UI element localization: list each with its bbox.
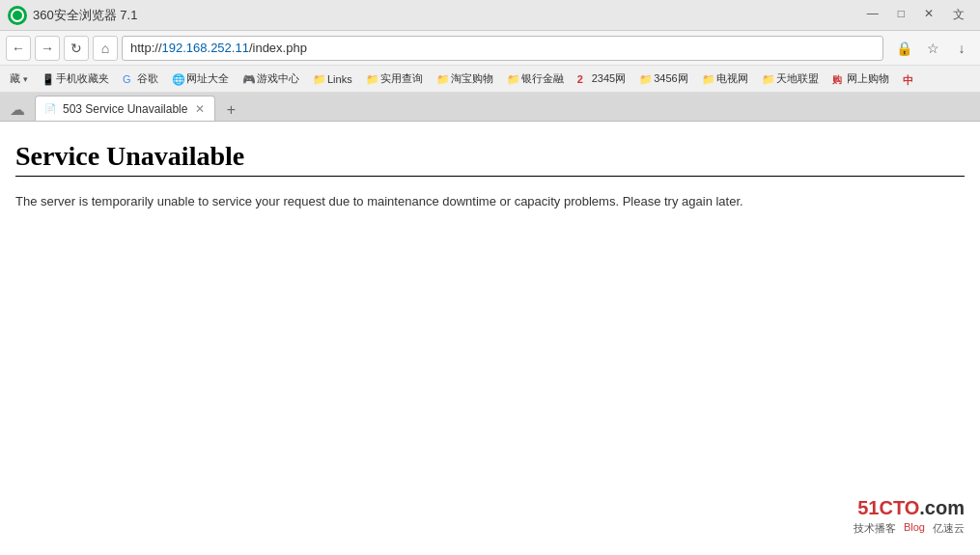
icon-china: 中 (903, 73, 914, 85)
tabs-bar: ☁ 📄 503 Service Unavailable ✕ + (0, 93, 980, 122)
nav-right-icons: 🔒 ☆ ↓ (891, 36, 974, 61)
tab-503[interactable]: 📄 503 Service Unavailable ✕ (35, 96, 215, 121)
folder-alliance-icon: 📁 (762, 73, 773, 85)
chevron-down-icon: ▾ (23, 74, 28, 84)
bookmark-google[interactable]: G 谷歌 (117, 69, 164, 90)
folder-bank-icon: 📁 (507, 73, 518, 85)
home-button[interactable]: ⌂ (93, 36, 118, 61)
bookmark-alliance-label: 天地联盟 (776, 71, 819, 86)
bookmark-query[interactable]: 📁 实用查询 (360, 69, 429, 90)
bookmark-alliance[interactable]: 📁 天地联盟 (756, 69, 825, 90)
mobile-icon: 📱 (42, 73, 53, 85)
back-button[interactable]: ← (6, 36, 31, 61)
watermark-logo: 51CTO.com (854, 497, 965, 519)
browser-title: 360安全浏览器 7.1 (33, 7, 859, 24)
error-heading: Service Unavailable (15, 141, 965, 177)
address-path: /index.php (249, 41, 307, 55)
download-icon-btn[interactable]: ↓ (949, 36, 974, 61)
bookmark-url-nav-label: 网址大全 (186, 71, 229, 86)
bookmark-china[interactable]: 中 (897, 69, 920, 90)
page-content: Service Unavailable The server is tempor… (0, 122, 980, 555)
bookmark-tv[interactable]: 📁 电视网 (696, 69, 754, 90)
bookmark-collection[interactable]: 藏 ▾ (4, 69, 34, 90)
bookmark-game-center[interactable]: 🎮 游戏中心 (237, 69, 305, 90)
bookmark-query-label: 实用查询 (380, 71, 423, 86)
watermark-blog-text: Blog (904, 521, 925, 536)
bookmark-2345[interactable]: 2 2345网 (572, 69, 631, 90)
folder-query-icon: 📁 (366, 73, 378, 85)
refresh-button[interactable]: ↻ (64, 36, 89, 61)
address-protocol: http:// (130, 41, 162, 55)
bookmark-mobile-label: 手机收藏夹 (56, 71, 109, 86)
bookmark-links[interactable]: 📁 Links (307, 69, 358, 90)
bookmark-taobao[interactable]: 📁 淘宝购物 (431, 69, 499, 90)
bookmark-google-label: 谷歌 (137, 71, 158, 86)
window-minimize[interactable]: — (859, 5, 886, 25)
bookmark-3456-label: 3456网 (654, 71, 687, 86)
bookmarks-bar: 藏 ▾ 📱 手机收藏夹 G 谷歌 🌐 网址大全 🎮 游戏中心 📁 Links 📁… (0, 66, 980, 93)
folder-tv-icon: 📁 (702, 73, 714, 85)
bookmark-bank[interactable]: 📁 银行金融 (501, 69, 570, 90)
game-icon: 🎮 (242, 73, 254, 85)
new-tab-button[interactable]: + (219, 99, 242, 121)
folder-3456-icon: 📁 (639, 73, 651, 85)
bookmark-url-nav[interactable]: 🌐 网址大全 (166, 69, 235, 90)
browser-logo (8, 6, 27, 25)
address-bar[interactable]: http://192.168.252.11/index.php (122, 36, 883, 61)
bookmark-shopping-label: 网上购物 (847, 71, 889, 86)
bookmark-taobao-label: 淘宝购物 (451, 71, 493, 86)
bookmark-bank-label: 银行金融 (521, 71, 564, 86)
bookmark-3456[interactable]: 📁 3456网 (633, 69, 693, 90)
tab-label: 503 Service Unavailable (63, 102, 187, 116)
forward-button[interactable]: → (35, 36, 60, 61)
window-close[interactable]: ✕ (916, 5, 941, 25)
window-text-btn[interactable]: 文 (945, 5, 972, 25)
folder-taobao-icon: 📁 (436, 73, 448, 85)
icon-shopping: 购 (832, 73, 844, 85)
watermark-cloud-text: 亿速云 (933, 521, 965, 536)
bookmark-shopping[interactable]: 购 网上购物 (826, 69, 895, 90)
globe-icon: 🌐 (172, 73, 183, 85)
title-bar: 360安全浏览器 7.1 — □ ✕ 文 (0, 0, 980, 31)
security-icon-btn[interactable]: 🔒 (891, 36, 916, 61)
bookmark-game-center-label: 游戏中心 (257, 71, 299, 86)
bookmark-2345-label: 2345网 (592, 71, 626, 86)
tab-favicon: 📄 (43, 102, 57, 116)
window-maximize[interactable]: □ (890, 5, 912, 25)
folder-links-icon: 📁 (313, 73, 324, 85)
bookmark-collection-label: 藏 (10, 71, 20, 86)
bookmark-mobile[interactable]: 📱 手机收藏夹 (36, 69, 115, 90)
watermark: 51CTO.com 技术播客 Blog 亿速云 (854, 497, 965, 536)
tab-close-button[interactable]: ✕ (193, 102, 207, 116)
navigation-bar: ← → ↻ ⌂ http://192.168.252.11/index.php … (0, 31, 980, 66)
watermark-logo-suffix: .com (919, 497, 965, 518)
cloud-tab-icon[interactable]: ☁ (4, 97, 31, 121)
error-body: The server is temporarily unable to serv… (15, 192, 965, 212)
address-host: 192.168.252.11 (162, 41, 249, 55)
watermark-tech-text: 技术播客 (854, 521, 896, 536)
watermark-sub: 技术播客 Blog 亿速云 (854, 521, 965, 536)
window-controls[interactable]: — □ ✕ 文 (859, 5, 972, 25)
bookmark-tv-label: 电视网 (716, 71, 748, 86)
icon-2345: 2 (577, 73, 589, 85)
bookmark-links-label: Links (327, 73, 352, 85)
google-icon: G (123, 73, 134, 85)
favorite-icon-btn[interactable]: ☆ (920, 36, 945, 61)
watermark-logo-text: 51CTO (857, 497, 919, 518)
